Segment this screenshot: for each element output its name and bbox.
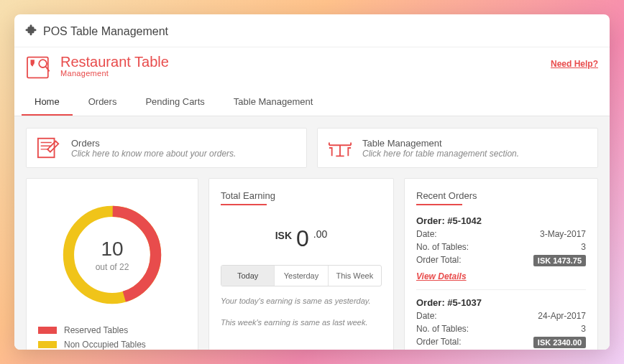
order-total-row: Order Total: ISK 2340.00 — [416, 337, 586, 348]
swatch-reserved — [38, 327, 57, 334]
seg-yesterday[interactable]: Yesterday — [274, 266, 327, 286]
order-date-row: Date: 3-May-2017 — [416, 229, 586, 239]
order-divider — [416, 289, 586, 290]
card-orders-title: Orders — [71, 138, 236, 149]
info-row: Orders Click here to know more about you… — [26, 128, 598, 168]
table-icon — [326, 136, 354, 160]
app-window: POS Table Management Restaurant Table Ma… — [14, 14, 610, 350]
donut-value: 10 — [101, 238, 123, 261]
window-title: POS Table Management — [43, 25, 168, 38]
titlebar: POS Table Management — [14, 14, 610, 47]
earning-panel: Total Earning ISK 0 .00 Today Yesterday … — [208, 178, 394, 350]
puzzle-icon — [24, 23, 37, 39]
card-orders-subtitle: Click here to know more about your order… — [71, 149, 236, 159]
card-table-subtitle: Click here for table management section. — [362, 149, 519, 159]
donut-out-of: out of 22 — [96, 262, 129, 272]
header: Restaurant Table Management Need Help? — [14, 47, 610, 80]
stats-row: 10 out of 22 Reserved Tables Non Occupie… — [26, 178, 598, 350]
earning-heading: Total Earning — [221, 190, 382, 201]
brand-icon — [26, 55, 55, 80]
donut-center: 10 out of 22 — [55, 197, 170, 312]
legend-reserved: Reserved Tables — [38, 325, 186, 335]
earning-value: ISK 0 .00 — [221, 225, 382, 252]
donut-panel: 10 out of 22 Reserved Tables Non Occupie… — [26, 178, 198, 350]
svg-rect-3 — [38, 139, 55, 157]
brand-text: Restaurant Table Management — [60, 55, 169, 78]
earning-note-1: Your today's earning is same as yesterda… — [221, 295, 382, 308]
legend-free: Non Occupied Tables — [38, 340, 186, 350]
order-date-row: Date: 24-Apr-2017 — [416, 311, 586, 321]
tab-orders[interactable]: Orders — [75, 89, 130, 116]
order-date-k: Date: — [416, 229, 437, 239]
order-tables-k: No. of Tables: — [416, 242, 469, 252]
legend-free-label: Non Occupied Tables — [64, 340, 146, 350]
card-table-title: Table Management — [362, 138, 519, 149]
order-block-0: Order: #5-1042 Date: 3-May-2017 No. of T… — [416, 215, 586, 282]
recent-heading: Recent Orders — [416, 190, 586, 201]
view-details-link[interactable]: View Details — [416, 271, 467, 281]
order-tables-k: No. of Tables: — [416, 324, 469, 334]
content: Orders Click here to know more about you… — [14, 116, 610, 350]
order-block-1: Order: #5-1037 Date: 24-Apr-2017 No. of … — [416, 297, 586, 348]
order-total-badge: ISK 1473.75 — [533, 255, 586, 266]
swatch-free — [38, 341, 57, 348]
earning-note-2: This week's earning is same as last week… — [221, 317, 382, 330]
brand-title: Restaurant Table — [60, 55, 169, 70]
tab-home[interactable]: Home — [22, 89, 73, 116]
order-total-row: Order Total: ISK 1473.75 — [416, 255, 586, 266]
order-id: Order: #5-1042 — [416, 215, 586, 226]
order-total-k: Order Total: — [416, 337, 461, 348]
card-orders[interactable]: Orders Click here to know more about you… — [26, 128, 307, 168]
order-date-v: 24-Apr-2017 — [538, 311, 586, 321]
donut-chart: 10 out of 22 — [55, 197, 170, 312]
order-total-k: Order Total: — [416, 255, 461, 266]
recent-orders-panel: Recent Orders Order: #5-1042 Date: 3-May… — [404, 178, 598, 350]
donut-legend: Reserved Tables Non Occupied Tables — [38, 325, 186, 350]
order-tables-v: 3 — [581, 324, 586, 334]
earning-frac: .00 — [313, 228, 327, 240]
help-link[interactable]: Need Help? — [551, 59, 598, 69]
brand: Restaurant Table Management — [26, 55, 169, 80]
seg-this-week[interactable]: This Week — [328, 266, 381, 286]
order-tables-v: 3 — [581, 242, 586, 252]
order-date-k: Date: — [416, 311, 437, 321]
earning-whole: 0 — [296, 225, 309, 252]
card-table-management[interactable]: Table Management Click here for table ma… — [317, 128, 598, 168]
orders-icon — [35, 136, 63, 160]
brand-subtitle: Management — [60, 70, 169, 78]
order-tables-row: No. of Tables: 3 — [416, 242, 586, 252]
seg-today[interactable]: Today — [221, 266, 274, 286]
earning-range-segment: Today Yesterday This Week — [221, 265, 382, 286]
recent-rule — [416, 204, 462, 205]
tab-table-management[interactable]: Table Management — [221, 89, 326, 116]
order-date-v: 3-May-2017 — [540, 229, 586, 239]
earning-currency: ISK — [275, 230, 292, 241]
earning-rule — [221, 204, 267, 205]
tab-pending-carts[interactable]: Pending Carts — [132, 89, 217, 116]
order-total-badge: ISK 2340.00 — [533, 337, 586, 348]
order-tables-row: No. of Tables: 3 — [416, 324, 586, 334]
legend-reserved-label: Reserved Tables — [64, 325, 128, 335]
order-id: Order: #5-1037 — [416, 297, 586, 308]
tabs: Home Orders Pending Carts Table Manageme… — [14, 89, 610, 116]
